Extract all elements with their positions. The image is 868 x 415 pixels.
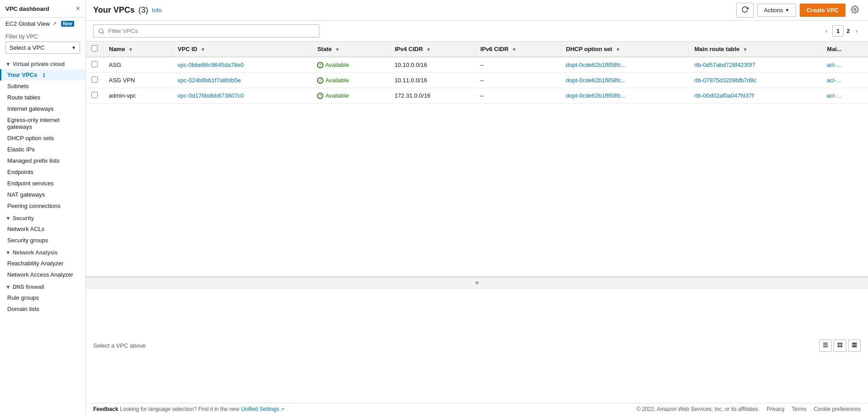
page-title: Your VPCs	[93, 5, 135, 15]
column-header-main-route-table[interactable]: Main route table ▼	[689, 42, 821, 57]
select-all-checkbox[interactable]	[91, 45, 98, 52]
vpc-id-link[interactable]: vpc-024b8bb1f7a8fdb5e	[177, 77, 241, 84]
select-all-header	[86, 42, 104, 57]
sidebar-item-route-tables[interactable]: Route tables	[0, 92, 85, 103]
cell-dhcp-option-set: dopt-0cde62b1f858fc...	[560, 88, 689, 104]
footer: Feedback Looking for language selection?…	[86, 403, 868, 415]
main-route-table-link[interactable]: rtb-07875d3209bfb7d8c	[694, 77, 757, 84]
sidebar-section-vpc[interactable]: ▼ Virtual private cloud	[0, 57, 85, 69]
column-header-dhcp-option-set[interactable]: DHCP option set ▼	[560, 42, 689, 57]
sidebar-item-label: EC2 Global View	[5, 20, 50, 27]
cell-ipv6-cidr: –	[474, 88, 560, 104]
sidebar-item-label: Your VPCs	[7, 71, 37, 78]
chevron-down-icon: ▼	[785, 8, 789, 13]
vpc-select-dropdown[interactable]: Select a VPC ▼	[5, 42, 80, 54]
sidebar-item-endpoint-services[interactable]: Endpoint services	[0, 178, 85, 189]
panel-resize-handle[interactable]: ≡	[86, 278, 868, 288]
sort-icon: ▼	[201, 47, 205, 52]
column-header-main-network-acl[interactable]: Mai...	[821, 42, 868, 57]
sidebar-item-subnets[interactable]: Subnets	[0, 80, 85, 92]
sidebar-item-ec2-global-view[interactable]: EC2 Global View ↗ New	[0, 18, 85, 30]
sidebar-close-button[interactable]: ×	[76, 5, 80, 13]
main-route-table-link[interactable]: rtb-00d02af0a047fd37f	[694, 92, 754, 99]
prev-page-button[interactable]: ‹	[822, 25, 830, 37]
dhcp-option-set-link[interactable]: dopt-0cde62b1f858fc...	[566, 77, 626, 84]
sidebar-item-peering-connections[interactable]: Peering connections	[0, 200, 85, 212]
sidebar-item-network-access-analyzer[interactable]: Network Access Analyzer	[0, 269, 85, 280]
bottom-panel: ≡ Select a VPC above	[86, 276, 868, 403]
sidebar-item-rule-groups[interactable]: Rule groups	[0, 292, 85, 303]
cookie-preferences-link[interactable]: Cookie preferences	[814, 406, 861, 412]
drag-handle-icon: ≡	[475, 279, 479, 286]
actions-button[interactable]: Actions ▼	[757, 4, 797, 17]
dhcp-option-set-link[interactable]: dopt-0cde62b1f858fc...	[566, 61, 626, 68]
sidebar-item-internet-gateways[interactable]: Internet gateways	[0, 103, 85, 114]
svg-rect-1	[823, 343, 828, 344]
sidebar-item-managed-prefix-lists[interactable]: Managed prefix lists	[0, 155, 85, 166]
cell-ipv4-cidr: 10.11.0.0/16	[389, 73, 474, 88]
cell-ipv4-cidr: 10.10.0.0/16	[389, 57, 474, 73]
svg-rect-3	[823, 346, 828, 347]
table-row: ASG VPN vpc-024b8bb1f7a8fdb5e Available …	[86, 73, 868, 88]
sidebar-item-nat-gateways[interactable]: NAT gateways	[0, 189, 85, 200]
main-route-table-link[interactable]: rtb-0d57abd728f4230f7	[694, 61, 755, 68]
feedback-link[interactable]: Feedback	[93, 406, 118, 412]
cell-main-network-acl: acl-...	[821, 88, 868, 104]
sidebar-item-security-groups[interactable]: Security groups	[0, 235, 85, 246]
sidebar-item-egress-gateways[interactable]: Egress-only internet gateways	[0, 114, 85, 132]
settings-button[interactable]	[849, 4, 861, 17]
main-network-acl-link[interactable]: acl-...	[827, 61, 841, 68]
main-network-acl-link[interactable]: acl-...	[827, 77, 841, 84]
sidebar-section-dns-firewall[interactable]: ▼ DNS firewall	[0, 280, 85, 292]
sidebar-item-endpoints[interactable]: Endpoints	[0, 166, 85, 178]
column-header-ipv4-cidr[interactable]: IPv4 CIDR ▼	[389, 42, 474, 57]
chevron-down-icon: ▼	[5, 215, 11, 222]
cell-main-route-table: rtb-00d02af0a047fd37f	[689, 88, 821, 104]
next-page-button[interactable]: ›	[853, 25, 861, 37]
column-header-vpc-id[interactable]: VPC ID ▼	[172, 42, 312, 57]
sidebar-section-security[interactable]: ▼ Security	[0, 212, 85, 223]
row-checkbox[interactable]	[91, 76, 98, 83]
top-bar: Your VPCs (3) Info Actions ▼ Create VPC	[86, 0, 868, 21]
column-header-name[interactable]: Name ▼	[104, 42, 172, 57]
create-vpc-button[interactable]: Create VPC	[800, 4, 845, 17]
grid-view-button[interactable]	[834, 340, 846, 352]
row-checkbox[interactable]	[91, 92, 98, 98]
info-link[interactable]: Info	[152, 7, 162, 14]
refresh-button[interactable]	[736, 3, 754, 18]
page-title-area: Your VPCs (3) Info	[93, 5, 161, 15]
row-checkbox-cell	[86, 57, 104, 73]
row-checkbox-cell	[86, 88, 104, 104]
privacy-link[interactable]: Privacy	[767, 406, 784, 412]
cell-state: Available	[312, 88, 389, 104]
page-2[interactable]: 2	[845, 28, 850, 34]
list-view-button[interactable]	[819, 340, 832, 352]
cell-main-route-table: rtb-07875d3209bfb7d8c	[689, 73, 821, 88]
sidebar-item-your-vpcs[interactable]: Your VPCs 1	[0, 69, 85, 80]
cell-main-route-table: rtb-0d57abd728f4230f7	[689, 57, 821, 73]
svg-rect-9	[852, 345, 857, 348]
vpc-id-link[interactable]: vpc-0bbe86c9645da78e0	[177, 61, 244, 68]
column-header-state[interactable]: State ▼	[312, 42, 389, 57]
dhcp-option-set-link[interactable]: dopt-0cde62b1f858fc...	[566, 92, 626, 99]
top-bar-actions: Actions ▼ Create VPC	[736, 3, 861, 18]
sidebar-item-reachability-analyzer[interactable]: Reachability Analyzer	[0, 258, 85, 269]
sidebar-item-dhcp-option-sets[interactable]: DHCP option sets	[0, 132, 85, 144]
search-input[interactable]	[93, 24, 319, 38]
status-text: Available	[325, 61, 349, 68]
main-network-acl-link[interactable]: acl-...	[827, 92, 841, 99]
row-checkbox[interactable]	[91, 61, 98, 67]
split-view-button[interactable]	[848, 340, 861, 352]
sidebar-item-domain-lists[interactable]: Domain lists	[0, 303, 85, 315]
svg-point-0	[854, 8, 856, 10]
vpc-id-link[interactable]: vpc-0d176bdbb873807c0	[177, 92, 244, 99]
sidebar-section-network-analysis[interactable]: ▼ Network Analysis	[0, 246, 85, 258]
svg-rect-2	[823, 344, 828, 345]
terms-link[interactable]: Terms	[792, 406, 806, 412]
unified-settings-link[interactable]: Unified Settings ↗	[241, 406, 284, 412]
cell-vpc-id: vpc-0d176bdbb873807c0	[172, 88, 312, 104]
sidebar-item-elastic-ips[interactable]: Elastic IPs	[0, 144, 85, 155]
sidebar-item-network-acls[interactable]: Network ACLs	[0, 223, 85, 235]
chevron-down-icon: ▼	[5, 250, 11, 256]
column-header-ipv6-cidr[interactable]: IPv6 CIDR ▼	[474, 42, 560, 57]
